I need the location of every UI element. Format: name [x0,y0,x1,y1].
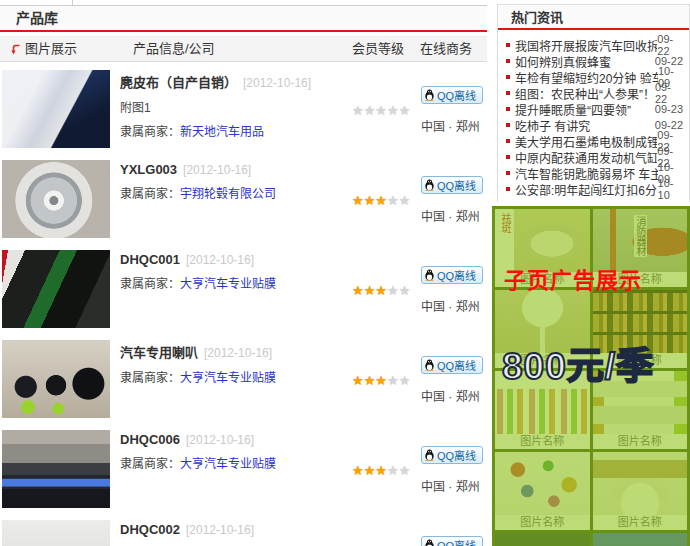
news-item[interactable]: 汽车智能钥匙脆弱易坏 车主需10-09 [506,165,683,181]
product-info: DHQC006[2012-10-16] 隶属商家：大亨汽车专业贴膜 [120,432,348,471]
star-icon: ★ [352,194,364,207]
star-icon: ★ [364,284,376,297]
product-image[interactable] [2,340,110,418]
product-image[interactable] [2,520,110,546]
star-icon: ★ [352,284,364,297]
star-icon: ★ [352,104,364,117]
star-icon: ★ [399,104,411,117]
news-text: 吃柿子 有讲究 [515,117,590,134]
column-header-image: 图片展示 [10,37,77,61]
star-icon: ★ [399,194,411,207]
star-icon: ★ [387,194,399,207]
vendor-label: 隶属商家： [120,187,180,201]
product-row: DHQC006[2012-10-16] 隶属商家：大亨汽车专业贴膜 ★★★★★ … [0,428,487,518]
product-info: 麂皮布（自产自销）[2012-10-16] 附图1 隶属商家：新天地汽车用品 [120,72,348,139]
news-list: 我国将开展报废汽车回收拆解09-22 如何辨别真假蜂蜜09-22 车检有望缩短约… [498,30,689,202]
ad-cell [495,533,590,546]
company-link[interactable]: 新天地汽车用品 [180,125,264,139]
news-item[interactable]: 中原内配获通用发动机气缸套09-22 [506,149,683,165]
news-text: 汽车智能钥匙脆弱易坏 车主需 [515,165,658,182]
star-icon: ★ [364,104,376,117]
qq-button-label: QQ离线 [437,87,476,103]
page-title: 产品库 [0,10,58,26]
company-location: 中国 · 郑州 [421,477,487,494]
product-row: 汽车专用喇叭[2012-10-16] 隶属商家：大亨汽车专业贴膜 ★★★★★ Q… [0,338,487,428]
company-link[interactable]: 大亨汽车专业贴膜 [180,371,276,385]
news-date: 09-22 [655,81,683,105]
news-text: 公安部:明年起闯红灯扣6分 挡 [515,181,658,198]
bullet-icon [506,123,510,127]
product-date: [2012-10-16] [186,433,254,447]
product-image[interactable] [2,430,110,508]
product-date: [2012-10-16] [186,523,254,537]
news-item[interactable]: 如何辨别真假蜂蜜09-22 [506,53,683,69]
product-image[interactable] [2,250,110,328]
ad-price: 800元/季 [502,336,654,390]
table-header: 图片展示 产品信息/公司 会员等级 在线商务 [0,36,487,62]
product-date: [2012-10-16] [183,163,251,177]
news-text: 如何辨别真假蜂蜜 [515,53,611,70]
company-location: 中国 · 郑州 [421,117,487,134]
bullet-icon [506,139,510,143]
news-item[interactable]: 我国将开展报废汽车回收拆解09-22 [506,37,683,53]
bullet-icon [506,59,510,63]
column-header-level: 会员等级 [352,37,404,61]
news-date: 09-22 [657,33,683,57]
qq-chat-button[interactable]: QQ离线 [421,266,483,284]
star-rating: ★★★★★ [352,104,410,117]
news-item[interactable]: 提升睡眠质量“四要领”09-23 [506,101,683,117]
qq-chat-button[interactable]: QQ离线 [421,446,483,464]
product-title[interactable]: DHQC006 [120,432,180,447]
star-rating: ★★★★★ [352,374,410,387]
ad-cell [593,533,688,546]
page: 产品库 图片展示 产品信息/公司 会员等级 在线商务 麂皮布（自产自销）[201… [0,0,690,546]
product-title[interactable]: DHQC001 [120,252,180,267]
bullet-icon [506,43,510,47]
product-title[interactable]: 麂皮布（自产自销） [120,75,237,90]
news-text: 组图：农民种出“人参果”！ [515,85,655,102]
online-biz: QQ离线 中国 · 郑州 [421,356,487,404]
company-link[interactable]: 大亨汽车专业贴膜 [180,457,276,471]
online-biz: QQ离线 中国 · 郑州 [421,266,487,314]
star-icon: ★ [375,194,387,207]
qq-button-label: QQ离线 [437,357,476,373]
product-image[interactable] [2,160,110,238]
star-icon: ★ [364,464,376,477]
company-location: 中国 · 郑州 [421,387,487,404]
company-link[interactable]: 大亨汽车专业贴膜 [180,277,276,291]
ad-photo-text: 祛斑 [499,212,512,234]
product-info: DHQC001[2012-10-16] 隶属商家：大亨汽车专业贴膜 [120,252,348,291]
product-row: DHQC001[2012-10-16] 隶属商家：大亨汽车专业贴膜 ★★★★★ … [0,248,487,338]
news-item[interactable]: 公安部:明年起闯红灯扣6分 挡10-10 [506,181,683,197]
qq-chat-button[interactable]: QQ离线 [421,536,483,546]
ad-cell: 图片名称 [593,452,688,530]
qq-penguin-icon [424,359,435,371]
panel-header: 产品库 [0,6,487,32]
qq-penguin-icon [424,179,435,191]
divider-tick [72,0,73,5]
qq-button-label: QQ离线 [437,537,476,546]
star-icon: ★ [387,104,399,117]
product-title[interactable]: 汽车专用喇叭 [120,345,198,360]
product-title[interactable]: YXLG003 [120,162,177,177]
ad-banner[interactable]: 祛斑 图片名称 消防器材 图片名称 图片名称 图片名称 图片名称 [492,206,690,546]
star-icon: ★ [375,374,387,387]
news-date: 10-10 [658,177,683,201]
product-title[interactable]: DHQC002 [120,522,180,537]
product-image[interactable] [2,70,110,148]
news-item[interactable]: 组图：农民种出“人参果”！09-22 [506,85,683,101]
bullet-icon [506,155,510,159]
qq-chat-button[interactable]: QQ离线 [421,356,483,374]
company-link[interactable]: 宇翔轮毂有限公司 [180,187,276,201]
online-biz: QQ离线 中国 · 郑州 [421,86,487,134]
bullet-icon [506,187,510,191]
column-header-info: 产品信息/公司 [133,37,215,61]
bullet-icon [506,75,510,79]
column-header-image-label: 图片展示 [25,37,77,61]
company-location: 中国 · 郑州 [421,297,487,314]
star-icon: ★ [375,464,387,477]
star-icon: ★ [352,464,364,477]
qq-chat-button[interactable]: QQ离线 [421,86,483,104]
qq-chat-button[interactable]: QQ离线 [421,176,483,194]
ad-photo-text: 消防器材 [634,215,647,257]
